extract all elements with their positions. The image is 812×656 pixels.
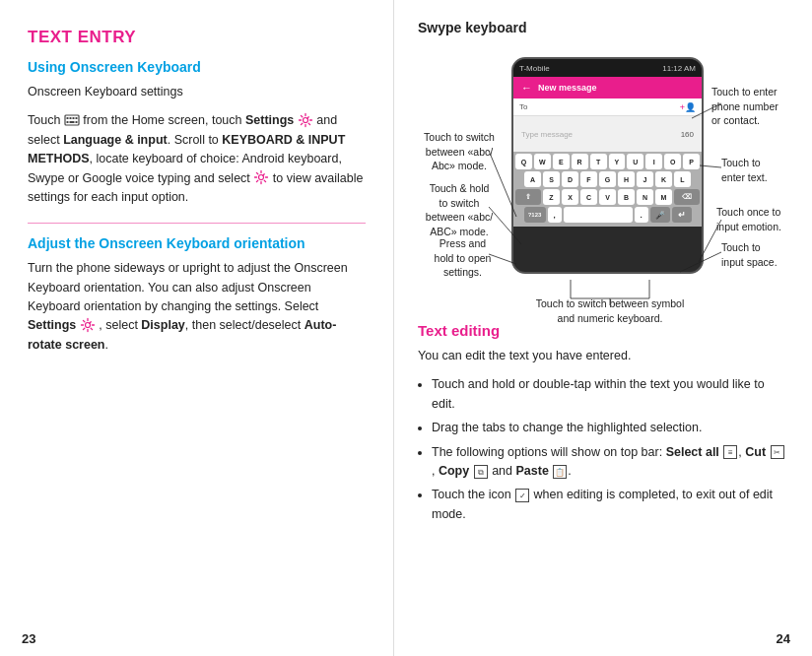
display-bold: Display (141, 318, 184, 332)
copy-icon: ⧉ (474, 465, 488, 479)
key-e: E (553, 154, 570, 169)
key-c: C (580, 189, 597, 205)
key-o: O (664, 154, 681, 169)
key-d: D (562, 171, 578, 187)
key-l: L (674, 171, 691, 187)
cut-label: Cut (745, 445, 766, 459)
select-all-icon: ≡ (723, 445, 737, 459)
annotation-area: T-Mobile 11:12 AM ← New message To +👤 (418, 47, 802, 308)
key-a: A (524, 171, 541, 187)
phone-status-bar: T-Mobile 11:12 AM (513, 59, 702, 77)
paste-icon: 📋 (553, 465, 567, 479)
ann-enter-text: Touch toenter text. (721, 156, 800, 184)
key-y: Y (609, 154, 626, 169)
key-p: P (683, 154, 700, 169)
bullet-1: Touch and hold or double-tap within the … (432, 375, 788, 414)
to-label: To (519, 102, 527, 111)
key-f: F (580, 171, 597, 187)
key-x: X (562, 189, 578, 205)
ann-switch-abc: Touch to switchbetween «abc/Abc» mode. (420, 130, 499, 173)
key-q: Q (515, 154, 532, 169)
ann-switch-symbol: Touch to switch between symboland numeri… (477, 296, 743, 325)
key-s: S (543, 171, 560, 187)
kb-row-2: A S D F G H J K L (515, 171, 700, 187)
lang-input-bold: Language & input (63, 133, 168, 147)
page: TEXT ENTRY Using Onscreen Keyboard Onscr… (0, 0, 812, 656)
svg-rect-2 (69, 117, 71, 119)
ann-input-emotion: Touch once toinput emotion. (716, 205, 800, 233)
phone-mockup: T-Mobile 11:12 AM ← New message To +👤 (511, 57, 704, 274)
key-t: T (590, 154, 607, 169)
settings-gear-icon (298, 112, 313, 128)
svg-rect-1 (66, 117, 68, 119)
ann-input-space: Touch toinput space. (721, 240, 800, 269)
key-i: I (645, 154, 662, 169)
key-enter: ↵ (672, 207, 692, 223)
page-number-left: 23 (22, 631, 35, 646)
right-column: Swype keyboard T-Mobile 11:12 AM ← New m… (394, 0, 812, 656)
copy-label: Copy (439, 464, 469, 478)
kb-row-1: Q W E R T Y U I O P (515, 154, 700, 169)
svg-rect-4 (75, 117, 77, 119)
section-divider (28, 223, 366, 224)
keyboard-icon (64, 112, 80, 128)
phone-mockup-wrapper: T-Mobile 11:12 AM ← New message To +👤 (511, 57, 704, 274)
key-k: K (655, 171, 672, 187)
page-number-right: 24 (777, 631, 790, 646)
phone-hint: Type message (521, 130, 573, 139)
svg-rect-0 (65, 115, 79, 125)
select-all-label: Select all (666, 445, 719, 459)
phone-title-bar: ← New message (513, 77, 702, 98)
section-title: TEXT ENTRY (28, 28, 366, 47)
key-h: H (618, 171, 635, 187)
phone-to-bar: To +👤 (513, 98, 702, 116)
subsection1-body: Touch from the Home screen, touch Settin… (28, 111, 366, 207)
settings-gear-icon2 (253, 169, 269, 185)
text-editing-intro: You can edit the text you have entered. (418, 347, 788, 365)
key-shift: ⇧ (515, 189, 541, 205)
key-n: N (637, 189, 653, 205)
subsection2-title: Adjust the Onscreen Keyboard orientation (28, 235, 366, 251)
settings-gear-icon3 (80, 317, 96, 333)
key-r: R (572, 154, 588, 169)
contact-icon: +👤 (680, 102, 696, 112)
subsection1-intro: Onscreen Keyboard settings (28, 83, 366, 101)
phone-message-area: Type message 160 (513, 116, 702, 152)
bullet-2: Drag the tabs to change the highlighted … (432, 419, 788, 437)
swype-title: Swype keyboard (418, 20, 788, 35)
paste-label: Paste (516, 464, 549, 478)
svg-rect-6 (69, 121, 74, 123)
key-z: Z (543, 189, 560, 205)
key-space (564, 207, 633, 223)
cut-icon: ✂ (771, 445, 784, 459)
ann-hold-abc: Touch & holdto switchbetween «abc/ABC» m… (420, 181, 499, 239)
key-u: U (627, 154, 643, 169)
checkmark-icon: ✓ (515, 489, 529, 502)
bullet-4: Touch the icon ✓ when editing is complet… (432, 486, 788, 524)
ann-enter-phone: Touch to enterphone numberor contact. (711, 85, 800, 128)
settings-bold: Settings (245, 113, 294, 127)
phone-keyboard: Q W E R T Y U I O P A (513, 152, 702, 227)
bullet-3: The following options will show on top b… (432, 443, 788, 482)
phone-title-text: New message (538, 83, 597, 93)
kb-row-4: ?123 , . 🎤 ↵ (515, 207, 700, 223)
left-column: TEXT ENTRY Using Onscreen Keyboard Onscr… (0, 0, 394, 656)
key-sym: ?123 (524, 207, 546, 223)
svg-rect-5 (66, 121, 68, 123)
svg-rect-7 (75, 121, 77, 123)
char-count: 160 (681, 130, 694, 139)
subsection2-body: Turn the phone sideways or upright to ad… (28, 259, 366, 355)
ann-press-settings: Press andhold to opensettings. (426, 236, 500, 280)
key-backspace: ⌫ (674, 189, 700, 205)
key-j: J (637, 171, 653, 187)
key-b: B (618, 189, 635, 205)
kb-row-3: ⇧ Z X C V B N M ⌫ (515, 189, 700, 205)
key-mic: 🎤 (650, 207, 670, 223)
key-m: M (655, 189, 672, 205)
key-w: W (534, 154, 551, 169)
svg-rect-3 (72, 117, 74, 119)
key-g: G (599, 171, 616, 187)
key-comma: , (548, 207, 562, 223)
key-v: V (599, 189, 616, 205)
subsection1-title: Using Onscreen Keyboard (28, 59, 366, 75)
